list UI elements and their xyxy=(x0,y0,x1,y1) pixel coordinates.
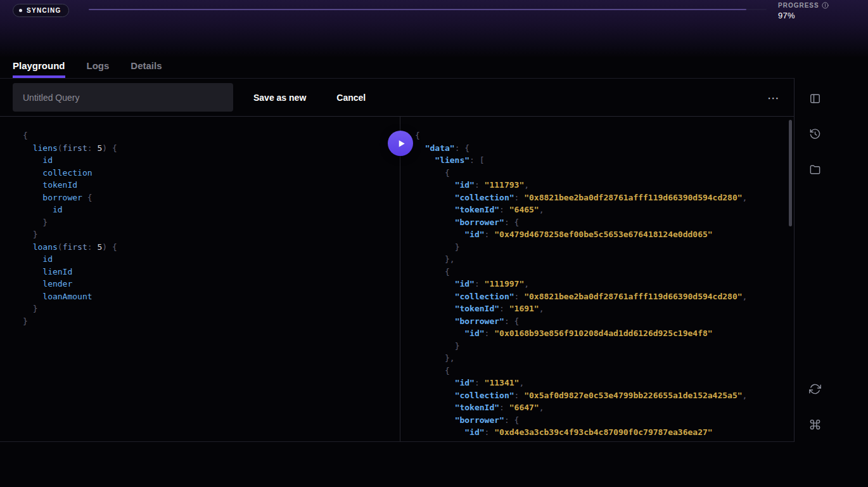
query-editor[interactable]: { liens(first: 5) { id collection tokenI… xyxy=(0,117,400,441)
code-line: } xyxy=(415,241,788,254)
code-line[interactable]: } xyxy=(23,228,393,241)
code-line: "collection": "0x8821bee2ba0df28761afff1… xyxy=(415,192,788,204)
code-line[interactable]: } xyxy=(23,315,393,328)
side-icon-rail xyxy=(794,78,868,442)
code-line: { xyxy=(415,129,788,142)
code-line: { xyxy=(415,266,788,278)
progress-bar xyxy=(89,9,767,10)
code-line[interactable]: borrower { xyxy=(23,192,393,204)
code-line: "id": "111997", xyxy=(415,278,788,290)
code-line: }, xyxy=(415,253,788,266)
response-viewer: { "data": { "liens": [ { "id": "111793",… xyxy=(400,117,794,441)
history-icon[interactable] xyxy=(808,127,821,140)
code-line: "borrower": { xyxy=(415,216,788,229)
code-line: "tokenId": "6647", xyxy=(415,401,788,414)
tab-details[interactable]: Details xyxy=(131,60,162,78)
code-line: "id": "0x479d4678258ef00be5c5653e6764181… xyxy=(415,228,788,241)
code-line[interactable]: lender xyxy=(23,278,393,290)
scrollbar-thumb[interactable] xyxy=(789,120,792,226)
response-code: { "data": { "liens": [ { "id": "111793",… xyxy=(415,129,788,439)
run-query-button[interactable] xyxy=(388,131,413,156)
toolbar: Save as new Cancel ⋯ xyxy=(0,78,794,117)
code-line[interactable]: id xyxy=(23,204,393,216)
code-line: "tokenId": "1691", xyxy=(415,302,788,315)
code-line: { xyxy=(415,365,788,377)
code-line[interactable]: collection xyxy=(23,167,393,179)
code-line[interactable]: id xyxy=(23,253,393,266)
progress-percentage: 97% xyxy=(778,11,829,20)
code-line[interactable]: tokenId xyxy=(23,179,393,192)
code-line[interactable]: id xyxy=(23,154,393,167)
code-line[interactable]: } xyxy=(23,216,393,229)
query-name-input[interactable] xyxy=(13,83,233,112)
code-line: "data": { xyxy=(415,142,788,155)
save-as-new-button[interactable]: Save as new xyxy=(253,93,306,103)
sync-label: SYNCING xyxy=(27,7,61,14)
code-line: "collection": "0x5af0d9827e0c53e4799bb22… xyxy=(415,389,788,402)
folder-icon[interactable] xyxy=(808,163,821,176)
app: SYNCING PROGRESS 97% Playground Logs Det… xyxy=(0,0,868,487)
main-panes: { liens(first: 5) { id collection tokenI… xyxy=(0,117,794,442)
tab-bar: Playground Logs Details xyxy=(0,57,868,78)
code-line: { xyxy=(415,167,788,179)
info-icon[interactable] xyxy=(822,2,829,9)
cancel-button[interactable]: Cancel xyxy=(336,93,366,103)
code-line: "borrower": { xyxy=(415,315,788,328)
tab-playground[interactable]: Playground xyxy=(13,60,65,78)
play-icon xyxy=(397,139,406,148)
progress-bar-fill xyxy=(89,9,746,10)
refresh-icon[interactable] xyxy=(808,382,821,395)
code-line: "borrower": { xyxy=(415,414,788,427)
sync-dot-icon xyxy=(19,9,22,12)
code-line[interactable]: liens(first: 5) { xyxy=(23,142,393,155)
code-line: "id": "11341", xyxy=(415,377,788,389)
code-line[interactable]: lienId xyxy=(23,266,393,278)
more-options-button[interactable]: ⋯ xyxy=(767,90,780,105)
query-code[interactable]: { liens(first: 5) { id collection tokenI… xyxy=(23,129,393,327)
progress-info: PROGRESS 97% xyxy=(778,2,829,20)
code-line: }, xyxy=(415,352,788,365)
code-line: "id": "0x0168b93e856f910208d4ad1dd6126d9… xyxy=(415,327,788,340)
code-line: "liens": [ xyxy=(415,154,788,167)
code-line: "id": "0xd4e3a3cb39c4f93cb4c87090f0c7978… xyxy=(415,426,788,439)
command-icon[interactable] xyxy=(808,418,821,431)
docs-icon[interactable] xyxy=(808,92,821,105)
code-line[interactable]: loanAmount xyxy=(23,290,393,303)
sync-status-badge: SYNCING xyxy=(13,4,69,17)
code-line[interactable]: loans(first: 5) { xyxy=(23,241,393,254)
progress-label: PROGRESS xyxy=(778,2,819,9)
code-line: "id": "111793", xyxy=(415,179,788,192)
code-line[interactable]: { xyxy=(23,129,393,142)
code-line: "collection": "0x8821bee2ba0df28761afff1… xyxy=(415,290,788,303)
header: SYNCING PROGRESS 97% xyxy=(0,0,868,57)
tab-logs[interactable]: Logs xyxy=(87,60,110,78)
code-line[interactable]: } xyxy=(23,302,393,315)
code-line: "tokenId": "6465", xyxy=(415,204,788,216)
code-line: } xyxy=(415,340,788,353)
